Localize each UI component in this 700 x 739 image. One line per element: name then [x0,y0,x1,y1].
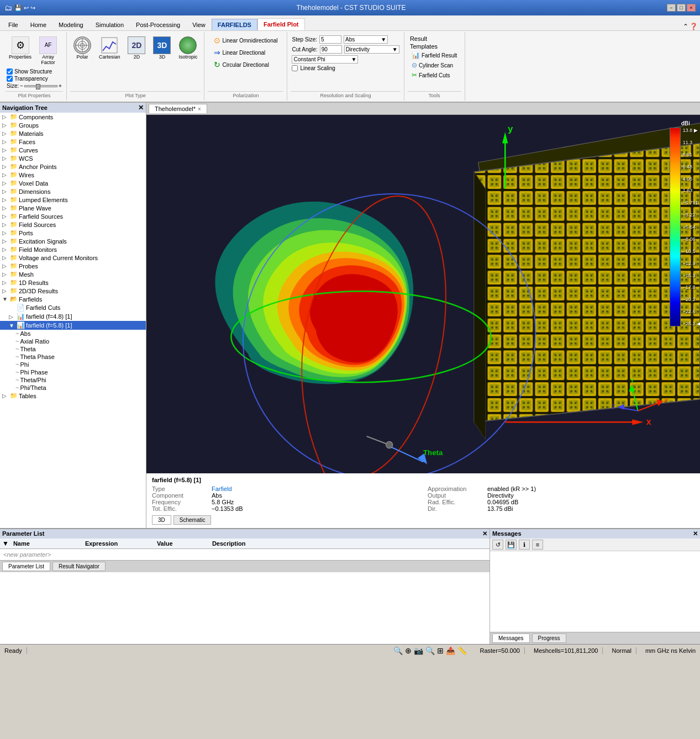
tree-item-farfield-cuts[interactable]: ▷ 📄 Farfield Cuts [0,303,146,312]
param-tab-paramlist[interactable]: Parameter List [2,562,50,571]
tree-item-anchor[interactable]: ▷ 📁 Anchor Points [0,162,146,171]
undo-icon[interactable]: ↩ [24,4,29,12]
tree-item-voxel[interactable]: ▷ 📁 Voxel Data [0,179,146,187]
tree-item-tables[interactable]: ▷ 📁 Tables [0,392,146,400]
grid-icon[interactable]: ⊞ [437,646,444,655]
viewport-tab-close[interactable]: × [198,106,201,112]
msg-refresh-btn[interactable]: ↺ [492,540,503,550]
tree-item-2d3dresults[interactable]: ▷ 📁 2D/3D Results [0,287,146,295]
viewport-tab-main[interactable]: Theholemodel* × [149,104,207,113]
3d-button[interactable]: 3D 3D [151,35,173,61]
transparency-input[interactable] [7,76,13,82]
param-list-close[interactable]: ✕ [482,530,487,537]
viewport-3d[interactable]: y x Theta x [146,115,700,473]
new-param-row[interactable]: <new parameter> [0,549,490,560]
step-size-input[interactable] [319,35,341,44]
zoom-fit-icon[interactable]: ⊕ [405,646,412,655]
tree-item-excitation[interactable]: ▷ 📁 Excitation Signals [0,237,146,245]
cartesian-button[interactable]: Cartesian [97,35,123,61]
tree-item-phi[interactable]: ~ Phi [0,361,146,368]
tree-item-theta-phase[interactable]: ~ Theta Phase [0,353,146,361]
linear-scaling-checkbox[interactable] [292,65,298,71]
msg-save-btn[interactable]: 💾 [506,540,517,550]
size-slider[interactable]: Size: − + [7,83,62,89]
tree-item-materials[interactable]: ▷ 📁 Materials [0,129,146,138]
tree-item-1dresults[interactable]: ▷ 📁 1D Results [0,278,146,287]
properties-button[interactable]: ⚙ Properties [7,35,34,66]
tab-3d[interactable]: 3D [152,515,171,525]
measure-icon[interactable]: 📏 [457,646,467,655]
tab-modeling[interactable]: Modeling [52,19,90,30]
polar-button[interactable]: Polar [71,35,93,61]
show-structure-checkbox[interactable]: Show Structure [7,68,62,75]
tree-item-components[interactable]: ▷ 📁 Components [0,113,146,121]
2d-button[interactable]: 2D 2D [125,35,148,61]
tree-item-farfield-48[interactable]: ▷ 📊 farfield (f=4.8) [1] [0,312,146,321]
cylinder-scan-button[interactable]: ⊝ Cylinder Scan [410,61,455,70]
minimize-btn[interactable]: − [667,4,676,12]
msg-info-btn[interactable]: ℹ [519,540,530,550]
tab-farfields[interactable]: FARFIELDS [212,19,257,30]
msg-tab-progress[interactable]: Progress [532,634,566,643]
tree-item-phi-phase[interactable]: ~ Phi Phase [0,368,146,376]
transparency-checkbox[interactable]: Transparency [7,76,62,82]
constant-phi-dropdown[interactable]: Constant Phi ▼ [292,55,358,64]
tree-item-groups[interactable]: ▷ 📁 Groups [0,121,146,129]
export-icon[interactable]: 📤 [446,646,455,655]
tree-item-probes[interactable]: ▷ 📁 Probes [0,262,146,270]
tree-item-ports[interactable]: ▷ 📁 Ports [0,229,146,237]
tree-item-curves[interactable]: ▷ 📁 Curves [0,146,146,154]
show-structure-input[interactable] [7,68,13,75]
tab-view[interactable]: View [186,19,212,30]
tab-home[interactable]: Home [24,19,52,30]
tree-item-vcmonitors[interactable]: ▷ 📁 Voltage and Current Monitors [0,254,146,262]
tab-schematic[interactable]: Schematic [173,515,212,525]
tree-item-theta[interactable]: ~ Theta [0,345,146,353]
tree-item-farfields[interactable]: ▼ 📂 Farfields [0,295,146,303]
linear-dir-button[interactable]: ⇒ Linear Directional [212,47,267,57]
size-thumb[interactable] [36,84,40,89]
save-icon[interactable]: 💾 [14,4,22,12]
tree-item-dimensions[interactable]: ▷ 📁 Dimensions [0,187,146,196]
farfield-cuts-button[interactable]: ✂ Farfield Cuts [410,71,452,80]
tree-item-wcs[interactable]: ▷ 📁 WCS [0,154,146,162]
isotropic-button[interactable]: Isotropic [176,35,199,61]
msg-tab-messages[interactable]: Messages [492,634,530,643]
farfield-result-button[interactable]: 📊 Farfield Result [410,51,459,60]
tab-postprocessing[interactable]: Post-Processing [130,19,186,30]
redo-icon[interactable]: ↪ [30,4,35,12]
tree-item-abs[interactable]: ~ Abs [0,330,146,337]
tree-item-mesh[interactable]: ▷ 📁 Mesh [0,270,146,278]
close-btn[interactable]: × [687,4,696,12]
param-tab-resultnav[interactable]: Result Navigator [52,562,106,571]
msg-list-btn[interactable]: ≡ [532,540,543,550]
cut-angle-input[interactable] [320,45,342,54]
size-minus[interactable]: − [20,83,23,89]
array-factor-button[interactable]: AF Array Factor [37,35,59,66]
tree-item-field-monitors[interactable]: ▷ 📁 Field Monitors [0,245,146,254]
abs-dropdown[interactable]: Abs ▼ [344,35,388,44]
tree-item-field-sources[interactable]: ▷ 📁 Field Sources [0,220,146,229]
linear-omni-button[interactable]: ⊙ Linear Omnidirectional [212,35,279,45]
tree-item-planewave[interactable]: ▷ 📁 Plane Wave [0,204,146,212]
tab-simulation[interactable]: Simulation [90,19,130,30]
ribbon-expand-icon[interactable]: ⌃ [683,23,688,30]
messages-close[interactable]: ✕ [693,530,698,537]
zoom-in-icon[interactable]: 🔍 [393,646,403,655]
tree-item-faces[interactable]: ▷ 📁 Faces [0,138,146,146]
directivity-dropdown[interactable]: Directivity ▼ [344,45,399,54]
tree-item-farfield-sources[interactable]: ▷ 📁 Farfield Sources [0,212,146,220]
tab-file[interactable]: File [2,19,24,30]
tree-item-axial-ratio[interactable]: ~ Axial Ratio [0,337,146,345]
tree-item-lumped[interactable]: ▷ 📁 Lumped Elements [0,196,146,204]
help-icon[interactable]: ❓ [690,23,698,30]
size-plus[interactable]: + [59,83,62,89]
circular-dir-button[interactable]: ↻ Circular Directional [212,60,270,70]
tree-item-farfield-58[interactable]: ▼ 📊 farfield (f=5.8) [1] [0,321,146,330]
tab-farfield-plot[interactable]: Farfield Plot [257,18,305,30]
tree-item-phi-theta[interactable]: ~ Phi/Theta [0,384,146,392]
tree-item-wires[interactable]: ▷ 📁 Wires [0,171,146,179]
camera-icon[interactable]: 📷 [414,646,423,655]
tree-item-theta-phi[interactable]: ~ Theta/Phi [0,376,146,384]
maximize-btn[interactable]: □ [677,4,686,12]
